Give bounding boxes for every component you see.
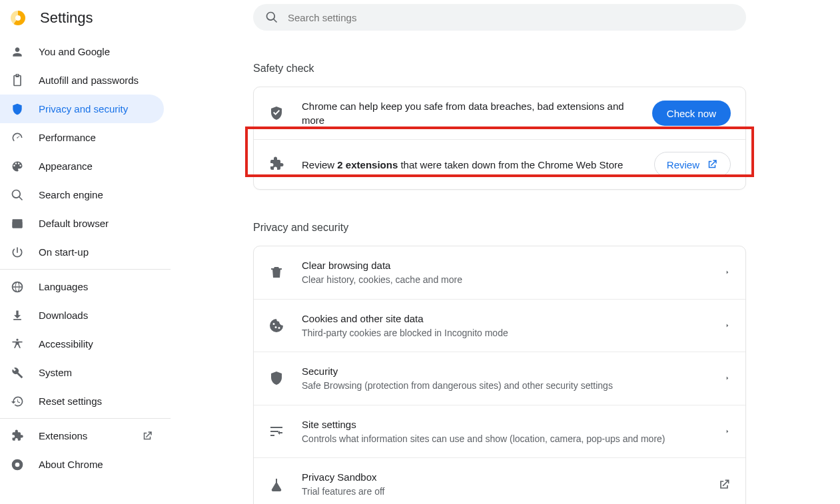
nav-group-footer: Extensions About Chrome (0, 418, 171, 481)
sidebar-item-downloads[interactable]: Downloads (0, 301, 164, 330)
sidebar-item-performance[interactable]: Performance (0, 123, 164, 152)
sidebar-item-you-and-google[interactable]: You and Google (0, 37, 164, 66)
sidebar-item-label: Reset settings (39, 395, 102, 407)
chevron-right-icon (724, 428, 731, 435)
row-title: Security (302, 364, 707, 378)
trash-icon (268, 264, 284, 280)
section-title-privacy: Privacy and security (253, 222, 746, 234)
sidebar-item-default-browser[interactable]: Default browser (0, 209, 164, 238)
nav-group-advanced: Languages Downloads Accessibility System… (0, 269, 171, 418)
sidebar-item-label: About Chrome (39, 459, 103, 470)
chrome-logo-icon (11, 11, 25, 25)
sidebar-item-languages[interactable]: Languages (0, 272, 164, 301)
open-in-new-icon (141, 430, 153, 442)
row-subtitle: Clear history, cookies, cache and more (302, 274, 707, 287)
button-label: Review (667, 159, 699, 170)
row-title: Site settings (302, 417, 707, 431)
review-extensions-text: Review 2 extensions that were taken down… (302, 158, 637, 172)
sidebar-item-label: On start-up (39, 246, 89, 258)
clipboard-icon (11, 74, 24, 87)
sidebar-item-label: Downloads (39, 310, 88, 321)
restore-icon (11, 395, 24, 408)
sidebar-item-extensions[interactable]: Extensions (0, 421, 164, 450)
settings-search[interactable] (253, 4, 746, 31)
sidebar-item-label: Extensions (39, 430, 87, 441)
sidebar: Settings You and Google Autofill and pas… (0, 0, 171, 504)
nav-group-main: You and Google Autofill and passwords Pr… (0, 35, 171, 269)
sidebar-item-label: System (39, 367, 72, 378)
palette-icon (11, 160, 24, 173)
sidebar-item-about-chrome[interactable]: About Chrome (0, 450, 164, 479)
speedometer-icon (11, 131, 24, 144)
row-subtitle: Controls what information sites can use … (302, 433, 707, 446)
text-fragment: that were taken down from the Chrome Web… (398, 159, 623, 170)
svg-point-1 (15, 462, 20, 467)
row-subtitle: Trial features are off (302, 485, 700, 499)
wrench-icon (11, 366, 24, 379)
sidebar-item-label: Performance (39, 132, 96, 143)
chevron-right-icon (724, 269, 731, 276)
main-content: Safety check Chrome can help keep you sa… (253, 4, 746, 504)
sidebar-item-label: Languages (39, 281, 88, 292)
safety-check-card: Chrome can help keep you safe from data … (253, 87, 746, 190)
search-icon (265, 11, 278, 24)
sidebar-header: Settings (0, 0, 171, 35)
power-icon (11, 246, 24, 259)
sidebar-item-privacy-security[interactable]: Privacy and security (0, 95, 164, 123)
chevron-right-icon (724, 375, 731, 381)
sidebar-item-label: Autofill and passwords (39, 75, 139, 86)
privacy-card: Clear browsing data Clear history, cooki… (253, 246, 746, 504)
row-title: Clear browsing data (302, 258, 707, 272)
open-in-new-icon (717, 478, 731, 491)
row-subtitle: Safe Browsing (protection from dangerous… (302, 379, 707, 393)
text-fragment: Review (302, 159, 337, 170)
sidebar-item-label: Privacy and security (39, 103, 128, 115)
download-icon (11, 309, 24, 322)
search-input[interactable] (286, 11, 734, 24)
open-in-new-icon (706, 158, 718, 170)
globe-icon (11, 280, 24, 294)
sidebar-item-label: You and Google (39, 46, 110, 57)
sidebar-item-appearance[interactable]: Appearance (0, 152, 164, 180)
row-clear-browsing-data[interactable]: Clear browsing data Clear history, cooki… (254, 246, 745, 300)
check-now-button[interactable]: Check now (652, 101, 731, 126)
safety-check-text: Chrome can help keep you safe from data … (302, 99, 635, 127)
sidebar-item-search-engine[interactable]: Search engine (0, 180, 164, 209)
shield-check-icon (268, 105, 284, 121)
safety-check-row: Chrome can help keep you safe from data … (254, 87, 745, 140)
chevron-right-icon (724, 322, 731, 329)
sidebar-item-label: Accessibility (39, 338, 93, 350)
sidebar-item-on-startup[interactable]: On start-up (0, 238, 164, 266)
row-cookies[interactable]: Cookies and other site data Third-party … (254, 300, 745, 353)
tune-icon (268, 423, 284, 439)
sidebar-item-label: Appearance (39, 160, 93, 172)
row-privacy-sandbox[interactable]: Privacy Sandbox Trial features are off (254, 458, 745, 504)
person-icon (11, 45, 24, 59)
sidebar-item-system[interactable]: System (0, 358, 164, 387)
search-icon (11, 188, 24, 202)
text-fragment-bold: 2 extensions (337, 159, 398, 170)
sidebar-item-label: Search engine (39, 189, 103, 200)
extension-icon (11, 429, 24, 443)
sidebar-item-label: Default browser (39, 218, 109, 229)
row-title: Cookies and other site data (302, 312, 707, 326)
row-security[interactable]: Security Safe Browsing (protection from … (254, 352, 745, 405)
row-subtitle: Third-party cookies are blocked in Incog… (302, 327, 707, 340)
sidebar-item-autofill[interactable]: Autofill and passwords (0, 66, 164, 95)
row-site-settings[interactable]: Site settings Controls what information … (254, 405, 745, 459)
browser-icon (11, 217, 24, 230)
shield-icon (268, 370, 284, 386)
page-title: Settings (40, 9, 93, 27)
review-extensions-row: Review 2 extensions that were taken down… (254, 140, 745, 189)
sidebar-item-reset-settings[interactable]: Reset settings (0, 387, 164, 415)
section-title-safety-check: Safety check (253, 63, 746, 75)
sidebar-item-accessibility[interactable]: Accessibility (0, 330, 164, 358)
chrome-icon (11, 458, 24, 471)
cookie-icon (268, 318, 284, 334)
accessibility-icon (11, 338, 24, 351)
flask-icon (268, 477, 284, 493)
row-title: Privacy Sandbox (302, 470, 700, 484)
extension-icon (268, 156, 284, 172)
shield-icon (11, 103, 24, 116)
review-button[interactable]: Review (654, 152, 731, 177)
